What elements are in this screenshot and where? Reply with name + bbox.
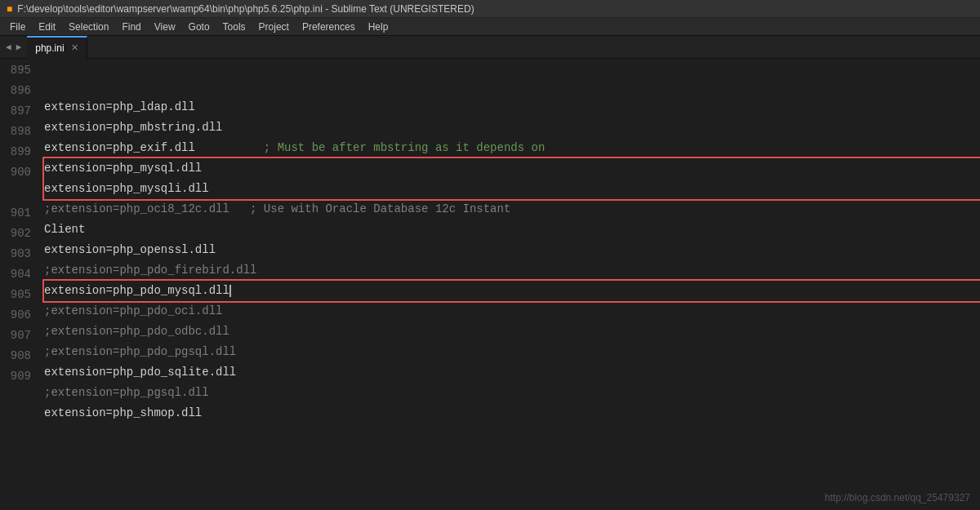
code-line-7: extension=php_openssl.dll [41, 240, 980, 260]
code-line-15: extension=php_shmop.dll [41, 403, 980, 424]
code-line-2: extension=php_exif.dll ; Must be after m… [41, 138, 980, 158]
menubar: FileEditSelectionFindViewGotoToolsProjec… [0, 18, 980, 36]
menu-item-goto[interactable]: Goto [182, 18, 216, 35]
line-number-3: 898 [7, 122, 31, 142]
line-number-2: 897 [7, 101, 31, 122]
menu-item-tools[interactable]: Tools [216, 18, 252, 35]
title-text: F:\develop\tools\editor\wampserver\wamp6… [17, 3, 474, 15]
code-line-3: extension=php_mysql.dll [41, 158, 980, 179]
code-line-12: ;extension=php_pdo_pgsql.dll [41, 342, 980, 362]
titlebar: ■ F:\develop\tools\editor\wampserver\wam… [0, 0, 980, 18]
code-line-4: extension=php_mysqli.dll [41, 179, 980, 199]
tab-arrow-right[interactable]: ▶ [14, 40, 24, 54]
code-line-1: extension=php_mbstring.dll [41, 118, 980, 138]
code-line-14: ;extension=php_pgsql.dll [41, 383, 980, 403]
tab-phpini[interactable]: php.ini ✕ [27, 36, 87, 59]
code-line-8: ;extension=php_pdo_firebird.dll [41, 260, 980, 281]
menu-item-edit[interactable]: Edit [32, 18, 62, 35]
code-line-13: extension=php_pdo_sqlite.dll [41, 362, 980, 383]
tab-scroll-arrows[interactable]: ◀ ▶ [0, 40, 27, 54]
code-line-0: extension=php_ldap.dll [41, 97, 980, 118]
code-line-11: ;extension=php_pdo_odbc.dll [41, 322, 980, 342]
code-line-9: extension=php_pdo_mysql.dll [41, 281, 980, 301]
line-number-7: 901 [7, 203, 31, 224]
line-number-11: 905 [7, 285, 31, 305]
editor: 895896897898899900 901902903904905906907… [0, 59, 980, 510]
menu-item-view[interactable]: View [148, 18, 182, 35]
menu-item-preferences[interactable]: Preferences [296, 18, 362, 35]
menu-item-find[interactable]: Find [115, 18, 147, 35]
code-line-6: Client [41, 220, 980, 240]
line-number-1: 896 [7, 81, 31, 101]
tab-label: php.ini [35, 42, 64, 54]
line-number-5: 900 [7, 162, 31, 183]
menu-item-project[interactable]: Project [252, 18, 296, 35]
line-number-15: 909 [7, 366, 31, 387]
title-icon: ■ [7, 3, 12, 15]
code-line-5: ;extension=php_oci8_12c.dll ; Use with O… [41, 199, 980, 220]
line-number-13: 907 [7, 326, 31, 346]
line-number-4: 899 [7, 142, 31, 162]
code-line-10: ;extension=php_pdo_oci.dll [41, 301, 980, 322]
line-number-10: 904 [7, 264, 31, 285]
menu-item-selection[interactable]: Selection [62, 18, 115, 35]
line-numbers: 895896897898899900 901902903904905906907… [0, 59, 41, 510]
line-number-14: 908 [7, 346, 31, 366]
line-number-6 [7, 183, 31, 203]
line-number-12: 906 [7, 305, 31, 326]
line-number-0: 895 [7, 60, 31, 81]
tabbar: ◀ ▶ php.ini ✕ [0, 36, 980, 59]
tab-arrow-left[interactable]: ◀ [3, 40, 14, 54]
line-number-9: 903 [7, 244, 31, 264]
watermark: http://blog.csdn.net/qq_25479327 [825, 492, 970, 503]
menu-item-file[interactable]: File [3, 18, 32, 35]
menu-item-help[interactable]: Help [362, 18, 395, 35]
tab-close-button[interactable]: ✕ [71, 42, 78, 53]
line-number-8: 902 [7, 224, 31, 244]
code-content[interactable]: extension=php_ldap.dllextension=php_mbst… [41, 59, 980, 510]
